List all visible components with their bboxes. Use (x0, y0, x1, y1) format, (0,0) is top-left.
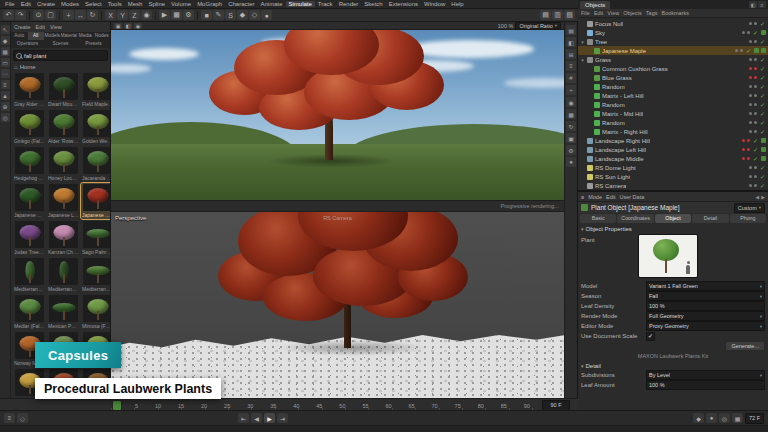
burger-menu-icon[interactable]: ≡ (758, 1, 766, 8)
enabled-check-icon[interactable]: ✓ (759, 56, 766, 63)
menu-simulate[interactable]: Simulate (286, 1, 315, 7)
object-row[interactable]: Matrix - Mid Hill✓ (578, 109, 768, 118)
menu-create[interactable]: Create (34, 1, 58, 7)
menu-window[interactable]: Window (421, 1, 448, 7)
am-menu-mode[interactable]: Mode (588, 194, 602, 200)
preset-dropdown[interactable]: Custom ▾ (734, 203, 765, 213)
asset-item[interactable]: Mediterranean Fan Palm… (81, 257, 110, 293)
visibility-editor-dot[interactable] (749, 175, 752, 178)
goto-end-button[interactable]: ⇥ (277, 413, 288, 423)
target-icon[interactable]: ◉ (566, 97, 576, 107)
primitive-cube-icon[interactable]: ■ (201, 10, 212, 20)
edges-mode-icon[interactable]: ≡ (1, 80, 10, 89)
ab-tab-nodes[interactable]: Nodes (94, 32, 111, 40)
visibility-render-dot[interactable] (754, 40, 757, 43)
tag-icon[interactable] (754, 48, 759, 53)
rotate-icon[interactable]: ↻ (87, 10, 98, 20)
ab-tab-operators[interactable]: Operators (11, 40, 44, 48)
am-menu-edit[interactable]: Edit (606, 194, 615, 200)
attribute-tab-object[interactable]: Object (655, 214, 691, 223)
deformer-icon[interactable]: ◇ (249, 10, 260, 20)
render-settings-icon[interactable]: ⚙ (183, 10, 194, 20)
visibility-editor-dot[interactable] (742, 31, 745, 34)
attribute-tab-basic[interactable]: Basic (580, 214, 616, 223)
asset-item[interactable]: Dwarf Mountain Pine (F… (47, 72, 80, 108)
object-row[interactable]: RS Camera✓ (578, 181, 768, 190)
asset-item[interactable]: Mimosa (Fall Plant) (81, 294, 110, 330)
ab-tab-auto[interactable]: Auto (11, 32, 28, 40)
asset-item[interactable]: Ginkgo (Fall Plant) (13, 109, 46, 145)
timeline-options-icon[interactable]: ≡ (4, 413, 15, 423)
add-object-icon[interactable]: + (566, 85, 576, 95)
asset-item[interactable]: Japanese Maple (Fall P… (81, 183, 110, 219)
visibility-editor-dot[interactable] (742, 139, 745, 142)
menu-volume[interactable]: Volume (168, 1, 194, 7)
visibility-editor-dot[interactable] (749, 85, 752, 88)
settings-icon[interactable]: ⚙ (566, 145, 576, 155)
visibility-editor-dot[interactable] (749, 184, 752, 187)
grid-view-icon[interactable]: # (566, 73, 576, 83)
burger-menu-icon[interactable]: ≡ (581, 194, 584, 200)
menu-help[interactable]: Help (448, 1, 466, 7)
tag-icon[interactable] (761, 156, 766, 161)
visibility-render-dot[interactable] (754, 76, 757, 79)
ab-tab-scenes[interactable]: Scenes (44, 40, 77, 48)
scale-icon[interactable]: ↔ (75, 10, 86, 20)
timeline-playhead[interactable] (113, 401, 121, 410)
record-options-icon[interactable]: ◎ (719, 413, 730, 423)
visibility-editor-dot[interactable] (742, 157, 745, 160)
enabled-check-icon[interactable]: ✓ (745, 47, 752, 54)
enabled-check-icon[interactable]: ✓ (759, 20, 766, 27)
visibility-render-dot[interactable] (754, 94, 757, 97)
plant-preview-thumbnail[interactable] (639, 235, 697, 277)
asset-item[interactable]: Kanzan Cherry (Fall Pla… (47, 220, 80, 256)
visibility-render-dot[interactable] (754, 121, 757, 124)
menu-animate[interactable]: Animate (257, 1, 285, 7)
tag-icon[interactable] (761, 147, 766, 152)
visibility-editor-dot[interactable] (749, 76, 752, 79)
asset-item[interactable]: Field Maple (Fall Plant) (81, 72, 110, 108)
perspective-viewport[interactable]: Perspective RS Camera (111, 212, 564, 398)
visibility-editor-dot[interactable] (749, 112, 752, 115)
visibility-render-dot[interactable] (754, 103, 757, 106)
keyframe-record-button[interactable]: ◆ (693, 413, 704, 423)
expand-arrow-icon[interactable]: ▾ (580, 39, 585, 45)
enabled-check-icon[interactable]: ✓ (759, 83, 766, 90)
visibility-render-dot[interactable] (754, 22, 757, 25)
asset-item[interactable]: Sago Palm (Fall Plant) (81, 220, 110, 256)
history-back-icon[interactable]: ◀ (755, 194, 759, 200)
visibility-render-dot[interactable] (754, 112, 757, 115)
split-horizontal-icon[interactable]: ◧ (566, 37, 576, 47)
attribute-section-detail[interactable]: ▾Detail (578, 361, 768, 370)
visibility-render-dot[interactable] (747, 148, 750, 151)
asset-search[interactable] (13, 50, 108, 61)
texture-mode-icon[interactable]: ▦ (1, 47, 10, 56)
redo-icon[interactable]: ↷ (15, 10, 26, 20)
menu-mesh[interactable]: Mesh (125, 1, 146, 7)
object-row[interactable]: RS Sun Light✓ (578, 172, 768, 181)
enabled-check-icon[interactable]: ✓ (759, 38, 766, 45)
visibility-render-dot[interactable] (754, 58, 757, 61)
asset-item[interactable]: Alder 'Rotwelp' (Fall P… (47, 109, 80, 145)
enabled-check-icon[interactable]: ✓ (759, 182, 766, 189)
om-menu-file[interactable]: File (581, 10, 590, 16)
visibility-render-dot[interactable] (747, 157, 750, 160)
model-dropdown[interactable]: Variant 1 Fall Green▾ (646, 281, 765, 291)
visibility-editor-dot[interactable] (749, 166, 752, 169)
menu-edit[interactable]: Edit (18, 1, 34, 7)
visibility-render-dot[interactable] (754, 166, 757, 169)
enabled-check-icon[interactable]: ✓ (752, 137, 759, 144)
pen-icon[interactable]: ✎ (213, 10, 224, 20)
move-icon[interactable]: + (63, 10, 74, 20)
record-dot-icon[interactable]: ● (566, 157, 576, 167)
enabled-check-icon[interactable]: ✓ (759, 173, 766, 180)
lock-z-icon[interactable]: Z (129, 10, 140, 20)
visibility-render-dot[interactable] (754, 184, 757, 187)
visibility-editor-dot[interactable] (742, 148, 745, 151)
visibility-render-dot[interactable] (754, 175, 757, 178)
search-input[interactable] (24, 53, 105, 59)
om-menu-view[interactable]: View (607, 10, 619, 16)
ab-tab-media[interactable]: Media (77, 32, 94, 40)
menu-track[interactable]: Track (315, 1, 336, 7)
visibility-render-dot[interactable] (754, 85, 757, 88)
